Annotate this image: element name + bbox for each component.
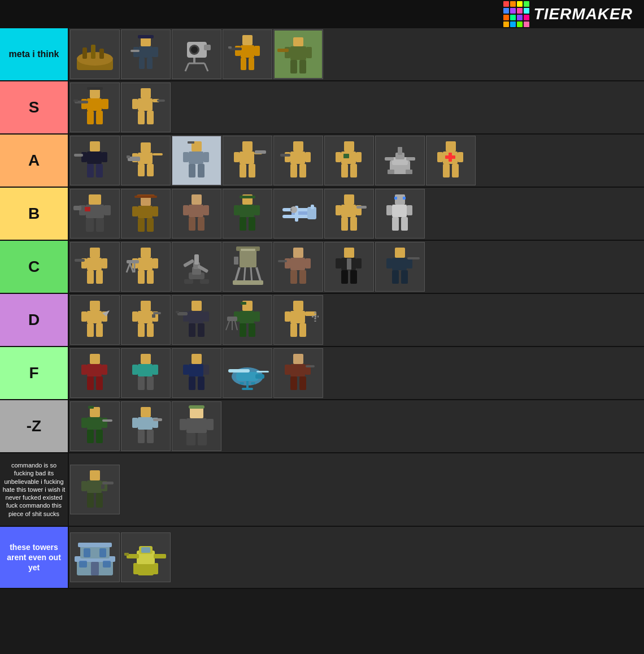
- svg-rect-307: [138, 417, 153, 430]
- svg-rect-241: [189, 323, 195, 337]
- svg-rect-300: [87, 417, 102, 430]
- svg-rect-339: [153, 563, 158, 574]
- list-item: [70, 242, 120, 292]
- svg-rect-180: [127, 260, 139, 263]
- list-item: [324, 189, 374, 239]
- svg-rect-213: [350, 270, 357, 284]
- tiermaker-logo: TiERMAKER: [503, 1, 633, 27]
- svg-rect-47: [141, 88, 151, 98]
- svg-rect-71: [189, 151, 203, 164]
- svg-rect-267: [102, 365, 107, 375]
- svg-rect-57: [102, 152, 107, 162]
- svg-rect-279: [203, 365, 209, 375]
- svg-rect-246: [241, 302, 246, 305]
- svg-rect-277: [189, 364, 203, 376]
- svg-rect-343: [124, 553, 129, 556]
- svg-rect-202: [290, 258, 305, 270]
- svg-rect-22: [241, 45, 254, 58]
- svg-rect-114: [445, 155, 455, 159]
- svg-rect-154: [336, 205, 341, 215]
- svg-rect-34: [306, 47, 312, 58]
- svg-rect-4: [99, 49, 104, 59]
- svg-rect-43: [87, 111, 94, 124]
- svg-rect-223: [87, 311, 102, 323]
- svg-rect-26: [249, 58, 254, 70]
- svg-rect-218: [407, 258, 412, 268]
- svg-rect-94: [336, 152, 341, 162]
- svg-rect-86: [285, 152, 290, 162]
- list-item: [121, 83, 171, 132]
- tier-label-d: D: [0, 294, 68, 346]
- svg-rect-48: [138, 98, 153, 111]
- svg-point-16: [191, 46, 198, 53]
- svg-rect-237: [192, 301, 202, 311]
- svg-rect-73: [203, 152, 209, 162]
- svg-rect-171: [87, 270, 94, 284]
- svg-rect-97: [350, 164, 357, 177]
- svg-rect-199: [234, 257, 238, 265]
- svg-rect-7: [139, 46, 153, 58]
- svg-rect-156: [341, 217, 348, 231]
- svg-rect-78: [240, 151, 254, 164]
- tier-label-f: F: [0, 347, 68, 399]
- list-item: [121, 295, 171, 345]
- svg-rect-256: [293, 301, 303, 311]
- svg-rect-104: [406, 157, 415, 161]
- svg-rect-120: [96, 218, 104, 232]
- list-item: [273, 136, 323, 185]
- svg-rect-319: [189, 405, 204, 409]
- svg-rect-173: [75, 259, 85, 262]
- tier-items-d: [68, 294, 644, 346]
- svg-rect-258: [285, 311, 290, 322]
- tier-row-d: D: [0, 294, 644, 347]
- svg-rect-208: [344, 248, 354, 258]
- svg-rect-52: [138, 111, 145, 124]
- svg-rect-12: [130, 50, 140, 52]
- svg-rect-126: [138, 206, 153, 218]
- list-item: [70, 29, 120, 79]
- svg-rect-284: [255, 374, 264, 379]
- svg-rect-310: [138, 430, 145, 443]
- svg-rect-327: [101, 484, 105, 489]
- svg-rect-332: [84, 548, 90, 557]
- svg-rect-269: [96, 376, 103, 390]
- svg-rect-189: [194, 254, 199, 265]
- svg-rect-53: [147, 111, 154, 124]
- svg-rect-305: [102, 419, 112, 422]
- svg-rect-308: [132, 418, 138, 428]
- tier-items-s: [68, 81, 644, 133]
- svg-rect-107: [446, 141, 456, 151]
- list-item: [70, 83, 120, 132]
- svg-rect-46: [73, 99, 78, 102]
- svg-rect-178: [138, 270, 145, 284]
- svg-rect-227: [96, 323, 103, 337]
- svg-rect-287: [246, 381, 249, 388]
- svg-rect-148: [311, 205, 314, 209]
- svg-rect-98: [343, 154, 349, 158]
- svg-rect-177: [153, 258, 158, 268]
- svg-rect-292: [290, 364, 305, 376]
- svg-rect-233: [138, 323, 145, 337]
- svg-rect-247: [240, 311, 254, 323]
- svg-rect-123: [141, 197, 151, 206]
- svg-rect-214: [347, 258, 351, 270]
- svg-rect-91: [291, 156, 294, 161]
- svg-rect-81: [240, 164, 246, 177]
- list-item: [273, 242, 323, 292]
- svg-rect-320: [90, 470, 100, 480]
- svg-rect-58: [87, 164, 94, 177]
- svg-rect-158: [356, 206, 367, 209]
- svg-rect-21: [242, 35, 253, 45]
- svg-rect-118: [104, 205, 111, 215]
- tier-row-rant: commando is so fucking bad its unbelieva…: [0, 453, 644, 527]
- svg-rect-135: [189, 217, 195, 231]
- tier-label-rant: commando is so fucking bad its unbelieva…: [0, 453, 68, 526]
- svg-rect-288: [242, 388, 253, 390]
- tier-row-s: S: [0, 81, 644, 135]
- list-item: [223, 29, 272, 79]
- svg-rect-54: [90, 141, 100, 151]
- svg-rect-257: [290, 311, 305, 323]
- logo-text: TiERMAKER: [534, 5, 633, 23]
- list-item: [70, 465, 120, 514]
- svg-rect-212: [341, 270, 348, 284]
